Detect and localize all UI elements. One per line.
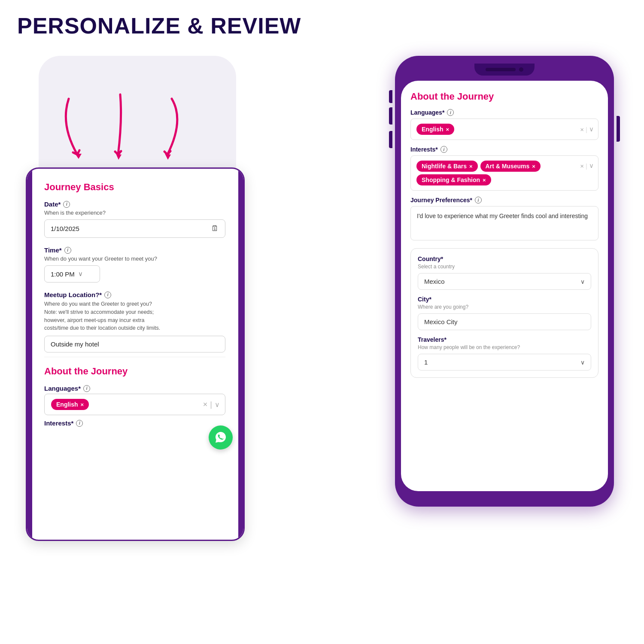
- languages-info-icon-right[interactable]: i: [447, 109, 454, 116]
- country-sublabel: Select a country: [418, 264, 591, 270]
- interests-clear-icon[interactable]: ×: [580, 162, 584, 170]
- city-field: City* Where are you going? Mexico City: [418, 296, 591, 330]
- time-field-group: Time* i When do you want your Greeter to…: [44, 246, 225, 283]
- dropdown-icon-right[interactable]: ∨: [589, 125, 594, 133]
- museums-tag[interactable]: Art & Museums ×: [480, 161, 541, 172]
- about-journey-title-right: About the Journey: [410, 91, 598, 102]
- notch-camera: [519, 67, 523, 72]
- left-phone: Journey Basics Date* i When is the exper…: [26, 56, 249, 528]
- time-sublabel: When do you want your Greeter to meet yo…: [44, 255, 225, 262]
- svg-marker-0: [75, 154, 82, 159]
- time-input[interactable]: 1:00 PM ∨: [44, 265, 100, 283]
- travelers-chevron-icon: ∨: [580, 359, 585, 366]
- volume-up-btn: [389, 107, 392, 125]
- left-phone-screen: Journey Basics Date* i When is the exper…: [26, 167, 245, 541]
- country-label: Country*: [418, 255, 591, 262]
- date-label: Date* i: [44, 200, 225, 208]
- journey-pref-textarea[interactable]: I'd love to experience what my Greeter f…: [410, 206, 598, 240]
- clear-icon-right[interactable]: ×: [580, 126, 584, 133]
- phone-frame-right: About the Journey Languages* i English ×: [395, 56, 614, 507]
- meetup-field-group: Meetup Location?* i Where do you want th…: [44, 291, 225, 352]
- interests-dropdown-icon[interactable]: ∨: [589, 162, 594, 170]
- whatsapp-button[interactable]: [209, 425, 233, 450]
- travelers-label: Travelers*: [418, 336, 591, 343]
- interests-input-right[interactable]: Nightlife & Bars × Art & Museums × Shopp…: [410, 155, 598, 191]
- museums-remove[interactable]: ×: [532, 163, 535, 170]
- journey-pref-info-icon[interactable]: i: [475, 197, 482, 204]
- right-phone-screen: About the Journey Languages* i English ×: [401, 81, 608, 491]
- meetup-info-icon[interactable]: i: [104, 292, 111, 298]
- country-chevron-icon: ∨: [580, 278, 585, 285]
- city-label: City*: [418, 296, 591, 303]
- city-input[interactable]: Mexico City: [418, 313, 591, 330]
- clear-icon-left[interactable]: ×: [203, 400, 208, 409]
- interests-label-left: Interests* i: [44, 419, 225, 427]
- languages-field-right: Languages* i English × × |: [410, 109, 598, 140]
- interests-info-icon-right[interactable]: i: [440, 146, 447, 153]
- interests-label-right: Interests* i: [410, 146, 598, 153]
- date-input[interactable]: 1/10/2025 🗓: [44, 219, 225, 238]
- dropdown-icon-left[interactable]: ∨: [215, 401, 220, 409]
- languages-field-left: Languages* i English × × | ∨: [44, 385, 225, 415]
- svg-marker-2: [165, 154, 171, 160]
- power-btn: [617, 116, 620, 142]
- city-sublabel: Where are you going?: [418, 304, 591, 310]
- silent-btn: [389, 90, 392, 103]
- nightlife-tag[interactable]: Nightlife & Bars ×: [416, 161, 478, 172]
- meetup-sublabel: Where do you want the Greeter to greet y…: [44, 300, 225, 332]
- journey-pref-label: Journey Preferences* i: [410, 197, 598, 204]
- arrows-decoration: [43, 90, 215, 176]
- interests-partial: Interests* i: [44, 419, 225, 427]
- meetup-input[interactable]: Outside my hotel: [44, 336, 225, 352]
- journey-pref-field: Journey Preferences* i I'd love to exper…: [410, 197, 598, 240]
- interests-info-icon-left[interactable]: i: [76, 420, 83, 427]
- date-sublabel: When is the experience?: [44, 210, 225, 216]
- date-field-group: Date* i When is the experience? 1/10/202…: [44, 200, 225, 238]
- language-tag-left[interactable]: English ×: [51, 399, 89, 410]
- language-remove-right[interactable]: ×: [446, 126, 450, 133]
- shopping-tag[interactable]: Shopping & Fashion ×: [416, 174, 491, 185]
- phone-notch: [474, 64, 535, 76]
- languages-label-right: Languages* i: [410, 109, 598, 116]
- travelers-sublabel: How many people will be on the experienc…: [418, 344, 591, 350]
- travelers-field: Travelers* How many people will be on th…: [418, 336, 591, 371]
- location-card: Country* Select a country Mexico ∨ City*…: [410, 248, 598, 378]
- languages-info-icon-left[interactable]: i: [83, 385, 90, 392]
- about-journey-title-left: About the Journey: [44, 366, 225, 377]
- volume-down-btn: [389, 131, 392, 148]
- meetup-label: Meetup Location?* i: [44, 291, 225, 298]
- right-phone: About the Journey Languages* i English ×: [395, 56, 623, 528]
- calendar-icon: 🗓: [211, 224, 219, 233]
- date-info-icon[interactable]: i: [63, 201, 70, 208]
- interests-field-right: Interests* i Nightlife & Bars × Art & Mu…: [410, 146, 598, 191]
- journey-basics-title: Journey Basics: [44, 182, 225, 193]
- notch-pill: [486, 68, 516, 71]
- shopping-remove[interactable]: ×: [483, 177, 486, 183]
- page-title: PERSONALIZE & REVIEW: [17, 13, 301, 39]
- languages-input-right[interactable]: English × × | ∨: [410, 118, 598, 140]
- languages-label-left: Languages* i: [44, 385, 225, 392]
- country-field: Country* Select a country Mexico ∨: [418, 255, 591, 290]
- country-select[interactable]: Mexico ∨: [418, 273, 591, 290]
- language-remove-left[interactable]: ×: [81, 401, 84, 408]
- travelers-select[interactable]: 1 ∨: [418, 354, 591, 371]
- time-info-icon[interactable]: i: [64, 247, 71, 254]
- languages-input-left[interactable]: English × × | ∨: [44, 394, 225, 415]
- language-tag-right[interactable]: English ×: [416, 124, 454, 135]
- time-label: Time* i: [44, 246, 225, 254]
- svg-marker-1: [116, 154, 122, 160]
- time-chevron-icon: ∨: [78, 270, 83, 278]
- nightlife-remove[interactable]: ×: [469, 163, 473, 170]
